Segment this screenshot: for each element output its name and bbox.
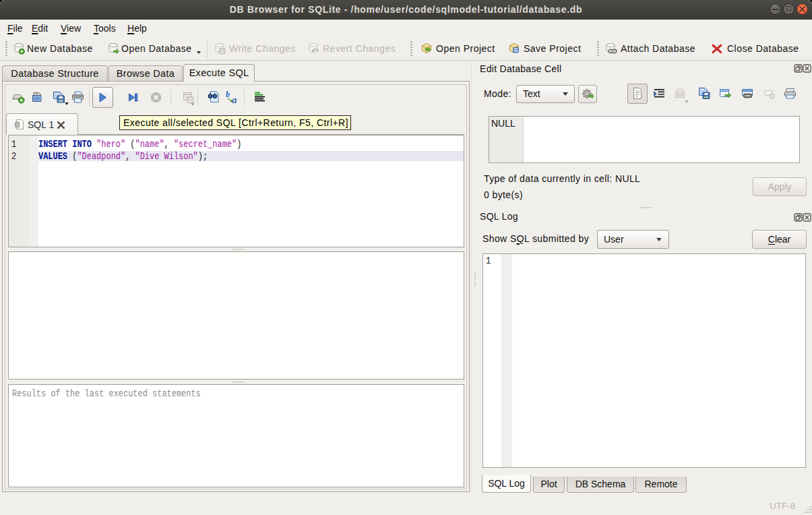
svg-text:a: a bbox=[232, 94, 237, 104]
svg-text:b: b bbox=[226, 90, 230, 99]
